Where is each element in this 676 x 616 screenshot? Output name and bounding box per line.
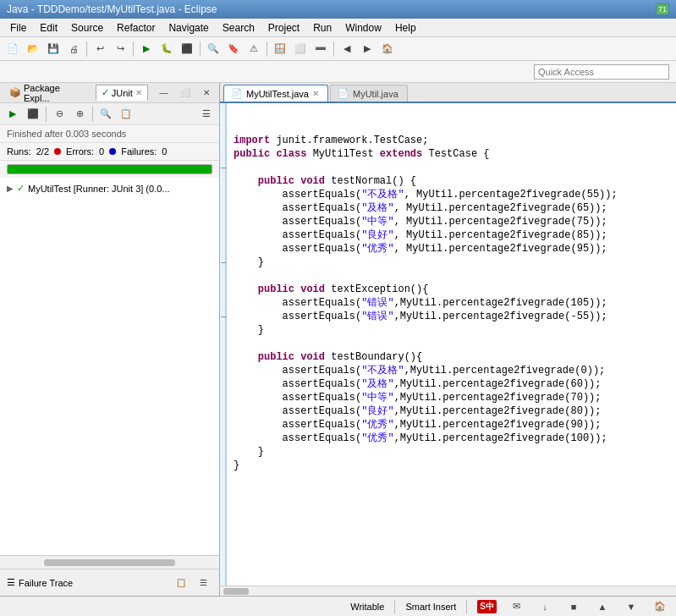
stop-btn[interactable]: ⬛ <box>24 105 42 124</box>
tab-myutiltest-java[interactable]: 📄 MyUtilTest.java ✕ <box>223 85 328 102</box>
window-controls: 71 <box>656 3 669 15</box>
minimize-view-btn[interactable]: — <box>155 84 173 102</box>
menu-search[interactable]: Search <box>216 20 261 36</box>
close-view-btn[interactable]: ✕ <box>198 84 216 102</box>
status-mail-icon[interactable]: ✉ <box>507 597 525 616</box>
pass-icon: ✓ <box>17 183 25 194</box>
failure-trace-menu[interactable]: ☰ <box>194 574 212 592</box>
tb-prev[interactable]: ◀ <box>338 40 356 58</box>
tab-package-explorer[interactable]: 📦 Package Expl... <box>3 80 92 106</box>
tb-perspective[interactable]: 🪟 <box>271 40 289 58</box>
tb-debug[interactable]: 🐛 <box>157 40 176 58</box>
junit-stats: Runs: 2/2 Errors: 0 Failures: 0 <box>0 143 219 161</box>
tb-stop[interactable]: ⬛ <box>178 40 196 58</box>
code-editor[interactable]: — — — import junit.framework.TestCase; p… <box>220 103 676 586</box>
rerun-btn[interactable]: ▶ <box>3 105 22 124</box>
errors-label: Errors: <box>66 146 94 157</box>
menu-window[interactable]: Window <box>338 20 388 36</box>
myutiltest-tab-close[interactable]: ✕ <box>312 89 319 98</box>
maximize-view-btn[interactable]: ⬜ <box>176 84 194 102</box>
right-panel: 📄 MyUtilTest.java ✕ 📄 MyUtil.java — — — … <box>220 83 676 596</box>
fold-testNormal[interactable]: — <box>220 161 227 174</box>
menu-help[interactable]: Help <box>388 20 423 36</box>
filter-btn[interactable]: 🔍 <box>96 105 115 124</box>
editor-tabs: 📄 MyUtilTest.java ✕ 📄 MyUtil.java <box>220 83 676 103</box>
tb-redo[interactable]: ↪ <box>111 40 129 58</box>
history-btn[interactable]: 📋 <box>117 105 135 124</box>
toolbar-separator-2 <box>133 41 134 57</box>
toolbar-separator-3 <box>200 41 201 57</box>
view-menu-btn[interactable]: ☰ <box>197 105 216 124</box>
editor-horizontal-scrollbar[interactable] <box>220 586 676 596</box>
fold-textException[interactable]: — <box>220 256 227 269</box>
tree-expand-arrow[interactable]: ▶ <box>7 184 14 193</box>
status-writable: Writable <box>350 602 384 612</box>
failures-label: Failures: <box>121 146 157 157</box>
tree-item-label: MyUtilTest [Runner: JUnit 3] (0.0... <box>28 184 170 194</box>
tab-myutil-java[interactable]: 📄 MyUtil.java <box>330 85 408 102</box>
left-panel-tabs: 📦 Package Expl... ✓ JUnit ✕ — ⬜ ✕ <box>0 83 219 103</box>
tb-undo[interactable]: ↩ <box>91 40 109 58</box>
expand-all-btn[interactable]: ⊕ <box>70 105 89 124</box>
horizontal-scrollbar-thumb[interactable] <box>44 559 175 566</box>
toolbar-separator-4 <box>267 41 267 57</box>
tb-home[interactable]: 🏠 <box>378 40 397 58</box>
status-stop-icon[interactable]: ■ <box>564 597 583 616</box>
main-area: 📦 Package Expl... ✓ JUnit ✕ — ⬜ ✕ ▶ ⬛ ⊖ … <box>0 83 676 596</box>
fold-3[interactable] <box>220 134 227 147</box>
tree-item-myutiltest[interactable]: ▶ ✓ MyUtilTest [Runner: JUnit 3] (0.0... <box>3 181 216 195</box>
code-content[interactable]: import junit.framework.TestCase; public … <box>227 103 676 586</box>
tb-search[interactable]: 🔍 <box>204 40 223 58</box>
menu-edit[interactable]: Edit <box>33 20 64 36</box>
status-down-icon[interactable]: ▼ <box>622 597 640 616</box>
menu-navigate[interactable]: Navigate <box>162 20 215 36</box>
tb-problems[interactable]: ⚠ <box>245 40 263 58</box>
menu-project[interactable]: Project <box>261 20 306 36</box>
fold-1[interactable] <box>220 107 227 120</box>
status-download-icon[interactable]: ↓ <box>536 597 554 616</box>
tab-junit-close[interactable]: ✕ <box>135 88 142 97</box>
status-home-icon[interactable]: 🏠 <box>651 597 669 616</box>
fold-2[interactable] <box>220 120 227 134</box>
toolbar-separator-1 <box>86 41 87 57</box>
sougou-icon: S中 <box>477 600 497 613</box>
quick-access-bar <box>0 61 676 83</box>
tab-package-label: Package Expl... <box>24 83 86 103</box>
toolbar: 📄 📂 💾 🖨 ↩ ↪ ▶ 🐛 ⬛ 🔍 🔖 ⚠ 🪟 ⬜ ➖ ◀ ▶ 🏠 <box>0 37 676 61</box>
menu-refactor[interactable]: Refactor <box>110 20 162 36</box>
quick-access-input[interactable] <box>534 64 669 80</box>
tab-junit[interactable]: ✓ JUnit ✕ <box>96 85 148 101</box>
junit-finished-info: Finished after 0.003 seconds <box>0 125 219 143</box>
tb-open[interactable]: 📂 <box>24 40 42 58</box>
win-btn-green[interactable]: 71 <box>656 3 669 15</box>
collapse-all-btn[interactable]: ⊖ <box>50 105 69 124</box>
tb-bookmark[interactable]: 🔖 <box>224 40 243 58</box>
menu-file[interactable]: File <box>3 20 33 36</box>
tb-save[interactable]: 💾 <box>44 40 63 58</box>
tb-next[interactable]: ▶ <box>358 40 376 58</box>
tb-maximize[interactable]: ⬜ <box>291 40 310 58</box>
failure-trace-panel: ☰ Failure Trace 📋 ☰ <box>0 569 219 596</box>
left-scroll-area[interactable] <box>0 555 219 569</box>
tb-new[interactable]: 📄 <box>3 40 22 58</box>
finished-text: Finished after 0.003 seconds <box>7 129 126 139</box>
left-panel-toolbar: ▶ ⬛ ⊖ ⊕ 🔍 📋 ☰ <box>0 103 219 125</box>
junit-tree[interactable]: ▶ ✓ MyUtilTest [Runner: JUnit 3] (0.0... <box>0 178 219 555</box>
progress-bar <box>8 165 212 173</box>
title-bar: Java - TDDDemo/test/MyUtilTest.java - Ec… <box>0 0 676 19</box>
errors-value: 0 <box>99 146 104 157</box>
menu-run[interactable]: Run <box>306 20 338 36</box>
status-up-icon[interactable]: ▲ <box>593 597 612 616</box>
tb-minimize[interactable]: ➖ <box>311 40 330 58</box>
failure-trace-copy[interactable]: 📋 <box>172 574 190 592</box>
status-insert-mode: Smart Insert <box>405 602 456 612</box>
tb-run[interactable]: ▶ <box>137 40 156 58</box>
tb-print[interactable]: 🖨 <box>64 40 83 58</box>
menu-bar: File Edit Source Refactor Navigate Searc… <box>0 19 676 37</box>
fold-testBoundary[interactable]: — <box>220 310 227 323</box>
editor-gutter: — — — <box>220 103 227 586</box>
menu-source[interactable]: Source <box>64 20 110 36</box>
window-title: Java - TDDDemo/test/MyUtilTest.java - Ec… <box>7 3 217 15</box>
status-sep-2 <box>466 600 467 613</box>
editor-scrollbar-thumb[interactable] <box>223 588 249 595</box>
